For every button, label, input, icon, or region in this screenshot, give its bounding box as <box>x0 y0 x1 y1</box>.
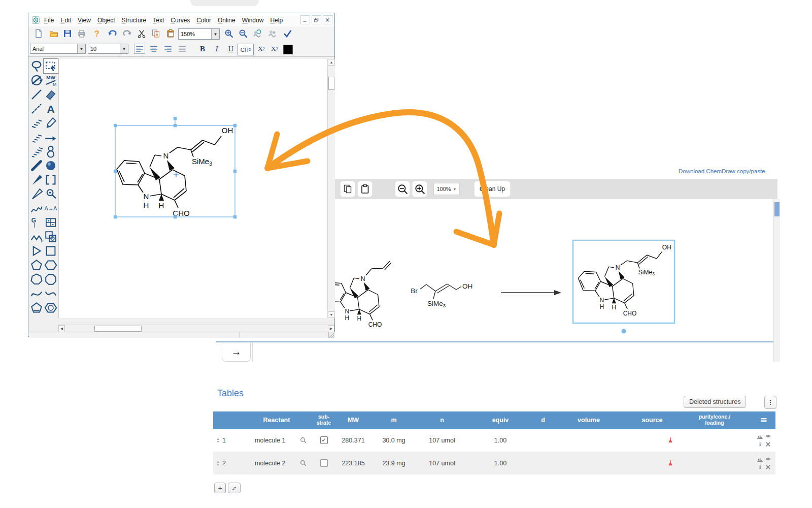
horizontal-scrollbar[interactable]: ◀ ▶ <box>58 325 334 332</box>
menu-color[interactable]: Color <box>196 17 211 24</box>
chemdraw-canvas[interactable] <box>58 59 328 318</box>
arrow-tool[interactable] <box>44 130 58 144</box>
resize-grip-icon[interactable] <box>329 332 335 338</box>
zoom-in-button[interactable] <box>224 28 234 39</box>
orbit-tool[interactable] <box>29 73 44 87</box>
font-size-select[interactable]: 10▼ <box>88 44 128 54</box>
align-center-button[interactable] <box>149 44 159 53</box>
chain-tool[interactable]: n <box>29 230 44 244</box>
octagon-tool[interactable] <box>44 272 58 287</box>
align-left-button[interactable] <box>134 44 145 53</box>
menu-text[interactable]: Text <box>153 17 164 24</box>
pentagon-tool[interactable] <box>29 258 44 272</box>
bracket-tool[interactable] <box>44 173 58 187</box>
print-button[interactable] <box>77 28 87 39</box>
triangle-tool[interactable] <box>29 244 44 258</box>
menu-help[interactable]: Help <box>270 17 283 24</box>
lasso-tool[interactable] <box>29 59 44 73</box>
save-button[interactable] <box>62 28 73 39</box>
dashed-bond-tool[interactable] <box>29 102 44 116</box>
scrollbar-thumb[interactable] <box>94 326 142 332</box>
selection-rectangle[interactable] <box>114 117 236 218</box>
info-icon[interactable]: i <box>757 464 763 470</box>
zoom-level-select[interactable]: 150%▼ <box>178 28 220 40</box>
add-step-button[interactable] <box>228 483 241 493</box>
deleted-structures-button[interactable]: Deleted structures <box>684 396 746 408</box>
menu-file[interactable]: File <box>44 17 54 24</box>
selected-structure[interactable] <box>117 126 233 217</box>
scrollbar-thumb[interactable] <box>328 77 334 90</box>
flask-icon[interactable] <box>667 436 674 444</box>
scroll-down-button[interactable]: ▼ <box>328 311 335 318</box>
hash-marks-tool[interactable] <box>29 130 44 144</box>
close-button[interactable] <box>323 15 332 24</box>
spectrum-icon[interactable] <box>756 432 764 440</box>
check-structure-button[interactable] <box>283 28 293 39</box>
delete-row-icon[interactable] <box>765 464 771 470</box>
zoom-out-button[interactable] <box>395 181 410 197</box>
align-right-button[interactable] <box>163 44 173 53</box>
italic-button[interactable]: I <box>211 43 222 54</box>
wedge-bond-tool[interactable] <box>29 173 44 187</box>
scroll-left-button[interactable]: ◀ <box>58 325 65 332</box>
sort-handle-icon[interactable]: ▲▼ <box>216 460 220 466</box>
info-icon[interactable]: i <box>757 441 763 448</box>
menu-edit[interactable]: Edit <box>60 17 71 24</box>
zoom-level-select[interactable]: 100%▼ <box>433 183 460 195</box>
menu-online[interactable]: Online <box>218 17 235 24</box>
font-family-select[interactable]: Arial▼ <box>30 44 86 54</box>
search-icon[interactable] <box>299 436 308 444</box>
bold-bond-tool[interactable] <box>29 158 44 173</box>
curve2-tool[interactable] <box>44 287 58 301</box>
hexagon-tool[interactable] <box>44 258 58 272</box>
square-tool[interactable] <box>44 244 58 258</box>
menu-view[interactable]: View <box>78 17 91 24</box>
table-menu-button[interactable] <box>764 396 776 409</box>
paste-button[interactable] <box>165 28 176 39</box>
curve-tool[interactable] <box>29 287 44 301</box>
copy-button[interactable] <box>340 181 355 197</box>
cyclopentane-tool[interactable] <box>29 301 44 315</box>
zoom-in-button[interactable] <box>412 181 427 197</box>
header-row-menu[interactable] <box>752 416 775 424</box>
open-button[interactable] <box>49 28 59 39</box>
new-document-button[interactable] <box>33 28 44 39</box>
menu-curves[interactable]: Curves <box>171 17 190 24</box>
scrollbar-thumb[interactable] <box>774 202 780 216</box>
pen-tool[interactable] <box>44 116 58 130</box>
subscript-button[interactable]: X2 <box>256 43 267 54</box>
eraser-tool[interactable] <box>44 87 58 102</box>
add-row-button[interactable]: + <box>214 483 226 493</box>
text-tool[interactable]: A <box>44 102 58 116</box>
eye-icon[interactable] <box>765 433 771 439</box>
help-button[interactable]: ? <box>92 28 102 39</box>
zoom-out-button[interactable] <box>238 28 248 39</box>
menu-structure[interactable]: Structure <box>122 17 147 24</box>
formula-style-button[interactable]: CH2 <box>238 44 254 55</box>
marquee-tool[interactable] <box>44 59 58 73</box>
bold-button[interactable]: B <box>197 43 208 54</box>
template-tool[interactable] <box>44 230 58 244</box>
wavy-bond-tool[interactable] <box>29 201 44 215</box>
reaction-step-tab[interactable]: → <box>222 342 251 362</box>
clean-up-button[interactable]: Clean Up <box>474 181 511 197</box>
delete-row-icon[interactable] <box>765 441 771 448</box>
restore-button[interactable] <box>312 15 321 24</box>
orbital-tool[interactable] <box>44 144 58 158</box>
minimize-button[interactable] <box>300 15 310 24</box>
substrate-checkbox[interactable] <box>320 459 328 467</box>
cut-button[interactable] <box>137 28 147 39</box>
undo-button[interactable] <box>107 28 117 39</box>
heptagon-tool[interactable] <box>29 272 44 287</box>
bond-tool[interactable] <box>29 87 44 102</box>
scroll-right-button[interactable]: ▶ <box>328 325 334 332</box>
menu-object[interactable]: Object <box>97 17 115 24</box>
analysis-tool[interactable]: MWM <box>44 73 58 87</box>
table-tool-tool[interactable] <box>44 215 58 230</box>
download-chemdraw-link[interactable]: Download ChemDraw copy/paste <box>679 168 765 174</box>
menu-window[interactable]: Window <box>242 17 264 24</box>
atom-map-tool[interactable]: A→A <box>44 201 58 215</box>
color-swatch[interactable] <box>283 45 293 54</box>
benzene-tool[interactable] <box>44 301 58 315</box>
hollow-wedge-tool[interactable] <box>29 187 44 201</box>
